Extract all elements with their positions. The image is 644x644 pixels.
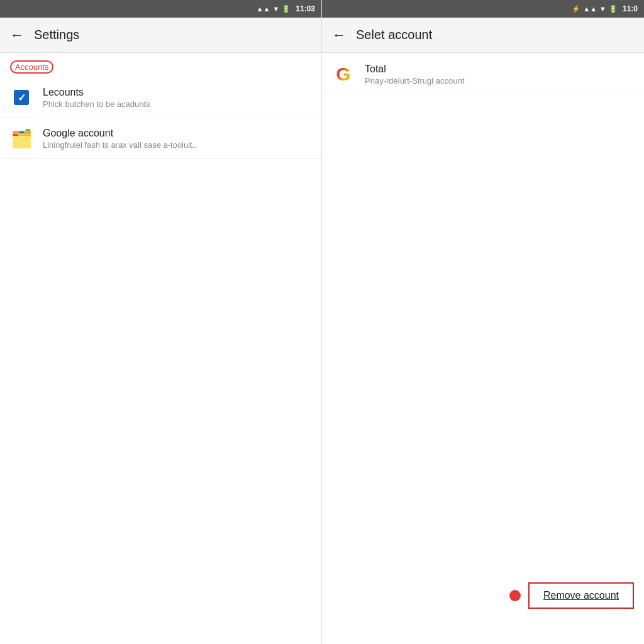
left-status-icons: ▲▲ ▼ 🔋 11:03 bbox=[257, 4, 315, 13]
google-account-subtitle: Liningfrulel fash ts arax vall sase a-to… bbox=[43, 140, 311, 150]
lecounts-subtitle: Phick butchen to be acadunts bbox=[43, 99, 311, 109]
folder-icon: 🗂️ bbox=[11, 128, 33, 149]
accounts-section-label: Accounts bbox=[10, 60, 53, 74]
section-label-container: Accounts bbox=[0, 53, 321, 77]
bluetooth-icon: ⚡ bbox=[572, 5, 580, 13]
checkbox-checked-icon bbox=[14, 90, 29, 105]
right-time: 11:0 bbox=[623, 4, 638, 13]
signal-icon: ▲▲ bbox=[257, 5, 270, 13]
left-panel: ▲▲ ▼ 🔋 11:03 ← Settings Accounts Lecount… bbox=[0, 0, 322, 644]
left-time: 11:03 bbox=[296, 4, 315, 13]
right-top-bar: ← Selet account bbox=[322, 18, 644, 53]
right-status-bar: ⚡ ▲▲ ▼ 🔋 11:0 bbox=[322, 0, 644, 18]
google-g-icon: G bbox=[336, 64, 350, 85]
google-account-title: Google account bbox=[43, 128, 311, 139]
google-account-text: Google account Liningfrulel fash ts arax… bbox=[43, 128, 311, 150]
right-battery-icon: 🔋 bbox=[609, 5, 618, 13]
right-panel: ⚡ ▲▲ ▼ 🔋 11:0 ← Selet account G Total Pn… bbox=[322, 0, 644, 644]
account-text: Total Pnay-rdelurt-Strugl account bbox=[365, 64, 634, 86]
account-name: Total bbox=[365, 64, 634, 75]
remove-account-button[interactable]: Remove account bbox=[528, 582, 634, 609]
wifi-icon: ▼ bbox=[272, 5, 279, 13]
google-account-list-item[interactable]: 🗂️ Google account Liningfrulel fash ts a… bbox=[0, 118, 321, 159]
right-page-title: Selet account bbox=[356, 28, 432, 42]
right-wifi-icon: ▼ bbox=[599, 5, 606, 13]
battery-icon: 🔋 bbox=[282, 5, 291, 13]
checkbox-icon-container bbox=[10, 86, 33, 109]
lecounts-text: Lecounts Phick butchen to be acadunts bbox=[43, 87, 311, 109]
remove-account-area: Remove account bbox=[509, 582, 634, 609]
account-row[interactable]: G Total Pnay-rdelurt-Strugl account bbox=[322, 53, 644, 96]
right-signal-icon: ▲▲ bbox=[583, 5, 597, 13]
left-top-bar: ← Settings bbox=[0, 18, 321, 53]
account-subtitle: Pnay-rdelurt-Strugl account bbox=[365, 76, 634, 86]
left-page-title: Settings bbox=[34, 28, 79, 42]
lecounts-title: Lecounts bbox=[43, 87, 311, 98]
left-back-button[interactable]: ← bbox=[10, 27, 24, 43]
lecounts-list-item[interactable]: Lecounts Phick butchen to be acadunts bbox=[0, 77, 321, 118]
red-dot-icon bbox=[509, 590, 521, 601]
right-back-button[interactable]: ← bbox=[332, 27, 346, 43]
right-status-icons: ⚡ ▲▲ ▼ 🔋 11:0 bbox=[572, 4, 638, 13]
google-logo: G bbox=[332, 63, 355, 86]
folder-icon-container: 🗂️ bbox=[10, 127, 33, 150]
left-status-bar: ▲▲ ▼ 🔋 11:03 bbox=[0, 0, 321, 18]
